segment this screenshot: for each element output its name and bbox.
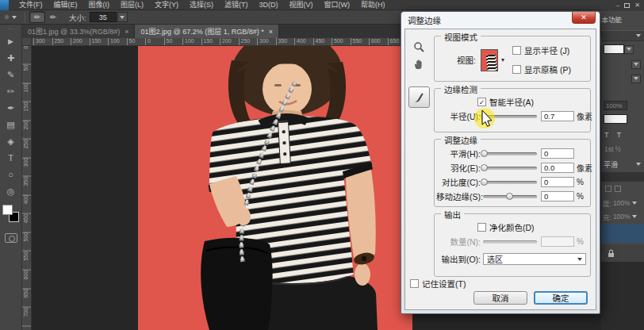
value-field[interactable]: 0 — [541, 191, 574, 201]
radius-slider-track[interactable] — [483, 115, 537, 118]
smart-radius-option[interactable]: ✓ 智能半径(A) — [477, 96, 534, 108]
slider-track[interactable] — [483, 167, 537, 170]
cancel-button[interactable]: 取消 — [473, 291, 527, 305]
slider-label: 平滑(H): — [436, 148, 481, 159]
checkbox-unchecked[interactable] — [512, 65, 521, 74]
slider-track[interactable] — [483, 152, 537, 155]
brush-preset-button[interactable] — [3, 12, 21, 23]
slider-thumb[interactable] — [481, 164, 488, 171]
tab-close-icon[interactable]: × — [125, 28, 128, 36]
foreground-color-swatch[interactable] — [2, 205, 13, 215]
toolbox-tool[interactable]: ◎ — [2, 183, 21, 200]
toolbox-tool[interactable]: ✒ — [2, 100, 21, 117]
close-button[interactable]: ✕ — [634, 2, 640, 9]
menu-item[interactable]: 图层(L) — [115, 0, 149, 10]
maximize-button[interactable] — [624, 3, 630, 8]
opacity-row[interactable]: 度: 100% — [601, 198, 644, 209]
radius-slider-thumb[interactable] — [481, 113, 488, 120]
lock-buttons-row[interactable] — [601, 183, 644, 194]
dropdown-button[interactable] — [631, 60, 641, 69]
menu-item[interactable]: 帮助(H) — [355, 0, 391, 10]
opentype-buttons[interactable]: 1st ½ — [601, 144, 644, 154]
dropdown-button[interactable] — [631, 75, 641, 83]
toolbox-tool[interactable]: ▤ — [2, 117, 21, 133]
hand-tool-button[interactable] — [410, 56, 427, 72]
checkbox-unchecked[interactable] — [410, 279, 419, 288]
menu-item[interactable]: 3D(D) — [254, 0, 284, 10]
toolbox-tool[interactable]: ✎ — [2, 67, 21, 83]
tab-document-1[interactable]: 01图1.jpg @ 33.3%(RGB/8#) × — [22, 25, 135, 38]
text-input[interactable] — [604, 114, 627, 124]
brush-size-input[interactable]: 35 — [90, 12, 117, 22]
menu-item[interactable]: 文件(F) — [13, 0, 48, 10]
panel-dropdown[interactable] — [601, 30, 644, 41]
tab-close-icon[interactable]: × — [269, 28, 273, 36]
ruler-number: 300 — [257, 38, 276, 46]
checkbox-unchecked[interactable] — [477, 223, 486, 232]
type-style-buttons[interactable]: T T — [601, 129, 644, 140]
adjust-edge-group: 调整边缘 平滑(H): 0 羽化(E): — [434, 139, 591, 207]
refine-radius-brush-button[interactable]: ✏ — [29, 11, 45, 23]
refine-radius-tool-button[interactable] — [408, 86, 430, 108]
checkbox-checked[interactable]: ✓ — [477, 98, 486, 106]
erase-refinement-brush-button[interactable]: ✏ — [45, 11, 61, 23]
value-field[interactable]: 0 — [541, 177, 574, 187]
toolbox-tool[interactable]: ► — [2, 33, 21, 50]
text-input[interactable] — [604, 44, 624, 54]
value-field[interactable]: 0 — [541, 148, 574, 159]
menu-item[interactable]: 滤镜(T) — [219, 0, 254, 10]
output-to-select[interactable]: 选区 — [483, 253, 586, 265]
toolbox-tool[interactable]: ○ — [2, 167, 21, 183]
slider-thumb[interactable] — [506, 193, 513, 200]
show-original-option[interactable]: 显示原稿 (P) — [512, 63, 571, 75]
brush-size-dropdown[interactable] — [117, 12, 128, 22]
checkbox-unchecked[interactable] — [512, 46, 521, 55]
tab-document-2[interactable]: 01图2.jpg @ 67.2% (图层 1, RGB/8#) * × — [135, 25, 278, 38]
selected-layer-row[interactable] — [601, 224, 644, 243]
menu-item[interactable]: 文字(Y) — [149, 0, 184, 10]
toolbox-tool[interactable]: ✚ — [2, 50, 21, 67]
panel-row[interactable] — [601, 113, 644, 125]
slider-track[interactable] — [483, 195, 537, 198]
photo-canvas[interactable] — [138, 46, 412, 330]
dropdown-button[interactable] — [624, 45, 634, 54]
radius-slider-row: 半径(U): 0.7 像素 — [436, 111, 588, 121]
menu-item[interactable]: 视图(V) — [284, 0, 319, 10]
view-thumbnail[interactable] — [481, 49, 498, 71]
slider-track[interactable] — [483, 181, 537, 184]
menu-item[interactable]: 图像(I) — [83, 0, 116, 10]
photoshop-window: 文件(F)编辑(E)图像(I)图层(L)文字(Y)选择(S)滤镜(T)3D(D)… — [0, 0, 644, 330]
show-radius-option[interactable]: 显示半径 (J) — [512, 44, 571, 56]
quick-mask-button[interactable] — [5, 233, 17, 243]
value-field[interactable]: 0.0 — [541, 163, 574, 173]
vertical-ruler[interactable]: 0501001502002503003504004505005506006507… — [22, 46, 32, 330]
minimize-button[interactable]: – — [616, 2, 619, 9]
output-to-row: 输出到(O): 选区 — [436, 254, 588, 264]
zoom-tool-button[interactable] — [410, 39, 427, 55]
menu-item[interactable]: 窗口(W) — [319, 0, 356, 10]
ok-button[interactable]: 确定 — [534, 291, 588, 305]
toolbox-tool[interactable]: ◈ — [2, 133, 21, 150]
panel-row[interactable] — [601, 73, 644, 84]
radius-value-field[interactable]: 0.7 — [541, 111, 574, 121]
font-size-field[interactable] — [601, 44, 644, 55]
dialog-close-button[interactable]: ✕ — [572, 12, 596, 24]
adjust-edge-slider-row: 移动边缘(S): 0 % — [436, 191, 588, 201]
menu-item[interactable]: 选择(S) — [184, 0, 219, 10]
divider — [25, 12, 25, 23]
decontaminate-colors-option[interactable]: 净化颜色(D) — [477, 221, 535, 233]
antialias-dropdown[interactable]: 平滑 — [601, 159, 644, 170]
panel-row[interactable] — [601, 59, 644, 70]
toolbox-tool[interactable]: ✏ — [2, 83, 21, 100]
slider-label: 数量(N): — [436, 236, 481, 248]
panel-grip-icon[interactable]: ⋯ — [8, 26, 14, 33]
lock-transparent-icon[interactable] — [605, 186, 611, 192]
slider-thumb[interactable] — [481, 178, 488, 186]
slider-thumb[interactable] — [481, 150, 488, 157]
workspace-switcher[interactable]: 基本功能 — [601, 13, 644, 25]
remember-settings-option[interactable]: 记住设置(T) — [410, 278, 466, 290]
toolbox-tool[interactable]: T — [2, 150, 21, 167]
fill-row[interactable]: 充: 100% — [601, 211, 644, 222]
lock-position-icon[interactable] — [615, 186, 621, 192]
menu-item[interactable]: 编辑(E) — [48, 0, 83, 10]
